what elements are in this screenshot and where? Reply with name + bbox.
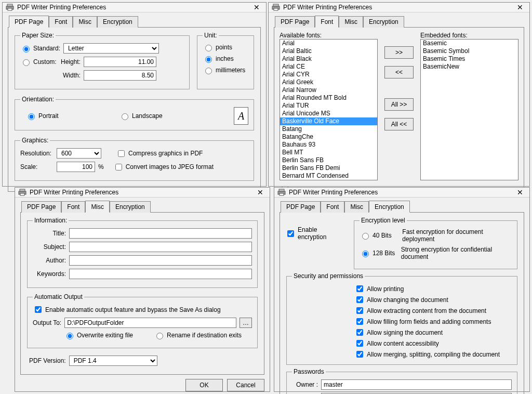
tab-pdf-page[interactable]: PDF Page — [281, 201, 321, 213]
font-item[interactable]: Bell MT — [280, 149, 377, 156]
font-item[interactable]: BasemicNew — [421, 63, 518, 71]
subject-input[interactable] — [69, 242, 252, 252]
tab-encryption[interactable]: Encryption — [110, 201, 151, 213]
width-input[interactable] — [84, 70, 156, 81]
perm-merge-check[interactable]: Allow merging, splitting, compiling the … — [354, 349, 512, 359]
keywords-input[interactable] — [69, 269, 252, 279]
orientation-icon: A — [234, 107, 248, 125]
landscape-radio[interactable]: Landscape — [119, 112, 163, 120]
tab-misc[interactable]: Misc — [339, 16, 363, 28]
tab-font[interactable]: Font — [49, 16, 73, 28]
font-item[interactable]: Arial — [280, 40, 377, 47]
font-item[interactable]: Arial Narrow — [280, 86, 377, 94]
resolution-select[interactable]: 600 — [57, 148, 101, 159]
enable-auto-output-check[interactable]: Enable automatic output feature and bypa… — [33, 305, 221, 314]
font-item[interactable]: Arial CE — [280, 63, 377, 71]
font-item[interactable]: Arial TUR — [280, 102, 377, 110]
perm-access-check[interactable]: Allow content accessibility — [354, 338, 512, 348]
font-item[interactable]: BatangChe — [280, 133, 377, 141]
height-input[interactable] — [84, 57, 156, 67]
portrait-radio[interactable]: Portrait — [25, 112, 98, 120]
tab-font[interactable]: Font — [321, 201, 344, 213]
tab-pdf-page[interactable]: PDF Page — [21, 201, 61, 213]
font-item[interactable]: Berlin Sans FB Demi — [280, 164, 377, 172]
perm-change-check[interactable]: Allow changing the document — [354, 295, 512, 305]
height-label: Height: — [60, 58, 81, 65]
close-icon[interactable]: ✕ — [254, 188, 267, 197]
passwords-legend: Passwords — [292, 368, 326, 375]
close-icon[interactable]: ✕ — [514, 3, 526, 12]
perm-print-check[interactable]: Allow printing — [354, 284, 512, 294]
ok-button[interactable]: OK — [185, 379, 223, 391]
tab-font[interactable]: Font — [61, 201, 85, 213]
author-input[interactable] — [69, 255, 252, 266]
perm-form-check[interactable]: Allow filling form fields and adding com… — [354, 317, 512, 326]
window-title: PDF Writer Printing Preferences — [17, 4, 250, 11]
enable-encryption-check[interactable]: Enable encryption — [285, 226, 348, 241]
window-font: PDF Writer Printing Preferences ✕ PDF Pa… — [268, 2, 530, 187]
available-fonts-list[interactable]: ArialArial BalticArial BlackArial CEAria… — [280, 39, 378, 180]
bits40-radio[interactable]: 40 Bits — [360, 231, 399, 240]
font-item[interactable]: Basemic Symbol — [421, 47, 518, 55]
custom-radio[interactable]: Custom: — [20, 58, 57, 66]
font-item[interactable]: Arial CYR — [280, 71, 377, 78]
tab-encryption[interactable]: Encryption — [97, 16, 138, 28]
width-label: Width: — [60, 72, 81, 79]
font-item[interactable]: Arial Unicode MS — [280, 110, 377, 117]
embedded-fonts-list[interactable]: BasemicBasemic SymbolBasemic TimesBasemi… — [420, 39, 518, 180]
unit-group: Unit: points inches millimeters — [197, 32, 254, 89]
font-item[interactable]: Bauhaus 93 — [280, 141, 377, 149]
svg-rect-0 — [7, 4, 12, 6]
overwrite-radio[interactable]: Overwrite exiting file — [64, 331, 133, 339]
printer-icon — [277, 188, 286, 196]
perm-sign-check[interactable]: Allow signing the document — [354, 327, 512, 337]
font-item[interactable]: Arial Rounded MT Bold — [280, 94, 377, 102]
add-font-button[interactable]: >> — [384, 46, 414, 59]
orientation-legend: Orientation: — [20, 96, 56, 103]
bits128-radio[interactable]: 128 Bits — [360, 249, 398, 257]
font-item[interactable]: Basemic Times — [421, 55, 518, 63]
standard-select[interactable]: Letter — [63, 43, 159, 54]
svg-rect-3 — [273, 4, 278, 6]
cancel-button[interactable]: Cancel — [227, 379, 264, 391]
browse-button[interactable]: … — [240, 318, 252, 328]
tab-pdf-page[interactable]: PDF Page — [275, 16, 315, 28]
paper-size-legend: Paper Size: — [20, 32, 56, 39]
tab-pdf-page[interactable]: PDF Page — [9, 16, 49, 28]
tab-encryption[interactable]: Encryption — [369, 201, 410, 213]
unit-inches[interactable]: inches — [203, 55, 234, 63]
remove-font-button[interactable]: << — [384, 66, 414, 78]
font-item[interactable]: Arial Baltic — [280, 47, 377, 55]
tab-misc[interactable]: Misc — [344, 201, 369, 213]
close-icon[interactable]: ✕ — [514, 188, 526, 197]
bits128-desc: Strong encryption for confidential docum… — [401, 246, 512, 260]
unit-mm[interactable]: millimeters — [203, 66, 245, 74]
tab-font[interactable]: Font — [315, 16, 339, 28]
close-icon[interactable]: ✕ — [250, 3, 263, 12]
tab-misc[interactable]: Misc — [85, 201, 110, 213]
scale-input[interactable] — [57, 162, 95, 172]
font-item[interactable]: Berlin Sans FB — [280, 156, 377, 164]
svg-rect-11 — [280, 193, 284, 195]
font-item[interactable]: Basemic — [421, 40, 518, 47]
window-pdf-page: PDF Writer Printing Preferences ✕ PDF Pa… — [2, 2, 267, 187]
font-item[interactable]: Bernard MT Condensed — [280, 172, 377, 180]
convert-jpeg-check[interactable]: Convert images to JPEG format — [113, 162, 214, 172]
font-item[interactable]: Batang — [280, 125, 377, 133]
title-input[interactable] — [69, 228, 252, 239]
add-all-fonts-button[interactable]: All >> — [384, 98, 414, 111]
compress-check[interactable]: Compress graphics in PDF — [116, 149, 203, 159]
rename-radio[interactable]: Rename if destination exits — [154, 331, 242, 339]
unit-points[interactable]: points — [203, 43, 232, 51]
tab-misc[interactable]: Misc — [73, 16, 97, 28]
font-item[interactable]: Arial Greek — [280, 78, 377, 86]
standard-radio[interactable]: Standard: — [20, 44, 60, 52]
font-item[interactable]: Arial Black — [280, 55, 377, 63]
output-to-input[interactable] — [64, 318, 236, 328]
remove-all-fonts-button[interactable]: All << — [384, 118, 414, 130]
perm-extract-check[interactable]: Allow extracting content from the docume… — [354, 306, 512, 316]
owner-password-input[interactable] — [321, 379, 512, 390]
pdf-version-select[interactable]: PDF 1.4 — [69, 356, 157, 366]
tab-encryption[interactable]: Encryption — [363, 16, 404, 28]
font-item[interactable]: Baskerville Old Face — [280, 117, 377, 125]
